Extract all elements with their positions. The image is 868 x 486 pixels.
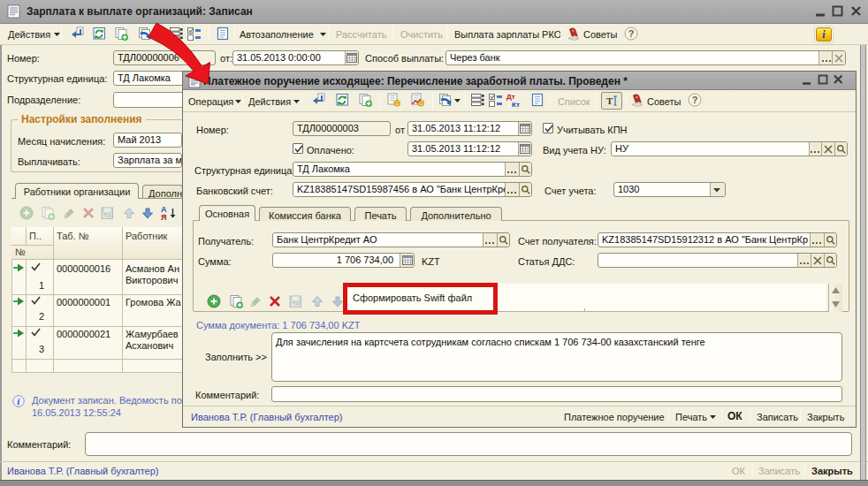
svg-text:ТОК: ТОК xyxy=(292,302,300,307)
svg-text:Кт: Кт xyxy=(512,101,520,109)
svg-text:Дт: Дт xyxy=(506,93,515,101)
svg-text:?: ? xyxy=(628,28,635,39)
svg-text:ТОК: ТОК xyxy=(103,214,111,218)
svg-text:i: i xyxy=(18,397,20,406)
svg-text:T: T xyxy=(606,95,613,106)
svg-text:?: ? xyxy=(692,95,698,105)
svg-text:Я: Я xyxy=(161,213,166,221)
